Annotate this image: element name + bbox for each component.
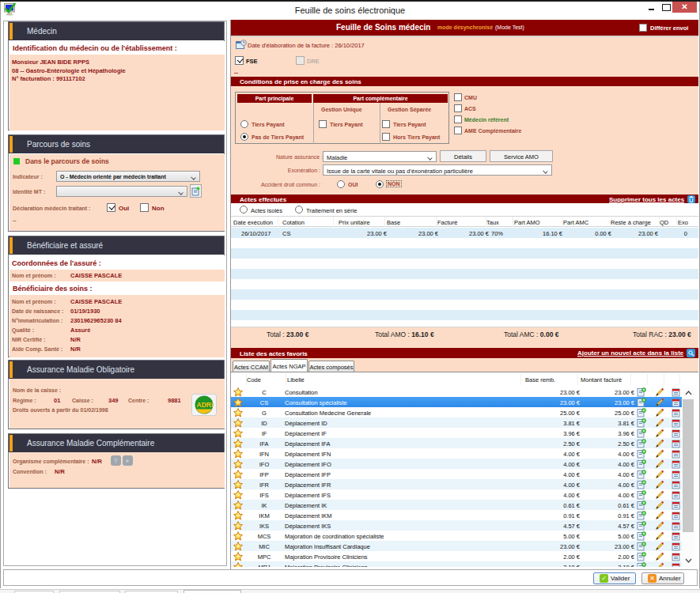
svg-text:ADRi: ADRi — [197, 401, 214, 409]
